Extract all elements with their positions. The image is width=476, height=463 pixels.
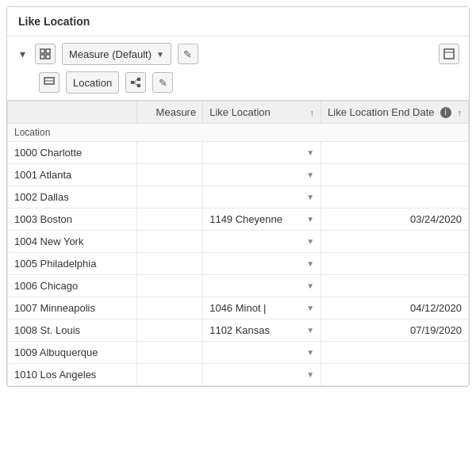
like-location-cell-content: ▼ [209, 370, 314, 379]
cell-measure [136, 231, 202, 253]
table-container: Measure Like Location ↑ Like Location En… [7, 101, 469, 386]
cell-like-location[interactable]: ▼ [203, 364, 321, 386]
like-location-cell-content: ▼ [209, 237, 314, 246]
layout-icon [40, 48, 51, 59]
like-location-cell-content: ▼ [209, 148, 314, 157]
like-location-value: 1149 Cheyenne [209, 213, 303, 225]
location-layout-btn[interactable] [39, 72, 60, 93]
like-location-dropdown-arrow[interactable]: ▼ [306, 148, 314, 157]
like-location-value: 1046 Minot | [209, 302, 303, 314]
like-location-cell-content: ▼ [209, 259, 314, 268]
location-dropdown[interactable]: Location [66, 71, 119, 94]
like-location-dropdown-arrow[interactable]: ▼ [306, 259, 314, 268]
th-measure: Measure [136, 101, 202, 124]
end-date-info-icon[interactable]: i [440, 107, 451, 118]
table-location-header: Location [8, 124, 469, 142]
table-row: 1000 Charlotte▼ [8, 142, 469, 164]
cell-like-location[interactable]: ▼ [203, 253, 321, 275]
measure-col-label: Measure [156, 106, 197, 118]
svg-rect-1 [46, 49, 50, 53]
table-row: 1001 Atlanta▼ [8, 164, 469, 186]
like-location-cell-content: ▼ [209, 348, 314, 357]
like-location-cell-content: ▼ [209, 170, 314, 179]
cell-end-date [321, 186, 469, 209]
like-location-cell-content: 1149 Cheyenne▼ [209, 213, 314, 225]
like-location-dropdown-arrow[interactable]: ▼ [306, 348, 314, 357]
svg-rect-10 [137, 84, 140, 87]
cell-measure [136, 186, 202, 209]
measure-dropdown-arrow: ▼ [156, 50, 164, 59]
cell-measure [136, 342, 202, 364]
cell-like-location[interactable]: 1046 Minot |▼ [203, 297, 321, 320]
svg-line-11 [134, 79, 137, 82]
cell-measure [136, 320, 202, 342]
panel-layout-btn[interactable] [439, 44, 459, 64]
collapse-arrow[interactable]: ▾ [17, 46, 29, 62]
like-location-col-label: Like Location [209, 106, 271, 118]
cell-like-location[interactable]: ▼ [203, 231, 321, 253]
cell-location: 1002 Dallas [8, 186, 137, 209]
like-location-dropdown-arrow[interactable]: ▼ [306, 170, 314, 179]
like-location-sort-icon[interactable]: ↑ [310, 108, 315, 117]
table-row: 1004 New York▼ [8, 231, 469, 253]
location-edit-icon: ✎ [159, 77, 167, 89]
cell-location: 1004 New York [8, 231, 137, 253]
svg-line-12 [134, 82, 137, 86]
cell-end-date [321, 364, 469, 386]
cell-location: 1005 Philadelphia [8, 253, 137, 275]
like-location-cell-content: ▼ [209, 281, 314, 290]
like-location-dropdown-arrow[interactable]: ▼ [306, 237, 314, 246]
cell-end-date: 04/12/2020 [321, 297, 469, 320]
location-edit-btn[interactable]: ✎ [152, 72, 173, 93]
measure-edit-icon: ✎ [183, 48, 192, 60]
cell-location: 1006 Chicago [8, 275, 137, 297]
end-date-col-label: Like Location End Date [328, 106, 434, 118]
cell-end-date [321, 142, 469, 164]
svg-rect-8 [131, 81, 134, 84]
like-location-cell-content: ▼ [209, 193, 314, 201]
table-subheader-row: Location [8, 124, 469, 142]
like-location-dropdown-arrow[interactable]: ▼ [306, 304, 314, 312]
cell-like-location[interactable]: 1102 Kansas▼ [203, 320, 321, 342]
cell-location: 1008 St. Louis [8, 320, 137, 342]
like-location-dropdown-arrow[interactable]: ▼ [306, 193, 314, 201]
toolbar-row-1: ▾ Measure (Default) ▼ ✎ [17, 43, 459, 65]
th-end-date[interactable]: Like Location End Date i ↑ [321, 101, 469, 124]
table-body: 1000 Charlotte▼1001 Atlanta▼1002 Dallas▼… [8, 142, 469, 386]
cell-location: 1007 Minneapolis [8, 297, 137, 320]
like-location-dropdown-arrow[interactable]: ▼ [306, 370, 314, 379]
cell-measure [136, 364, 202, 386]
th-location [8, 101, 137, 124]
like-location-dropdown-arrow[interactable]: ▼ [306, 281, 314, 290]
like-location-cell-content: 1102 Kansas▼ [209, 324, 314, 336]
cell-like-location[interactable]: ▼ [203, 142, 321, 164]
hierarchy-btn[interactable] [125, 72, 146, 93]
measure-edit-btn[interactable]: ✎ [178, 44, 198, 64]
cell-like-location[interactable]: ▼ [203, 275, 321, 297]
layout-icon-btn[interactable] [35, 44, 56, 64]
like-location-dropdown-arrow[interactable]: ▼ [306, 326, 314, 335]
cell-end-date: 03/24/2020 [321, 209, 469, 231]
table-row: 1007 Minneapolis1046 Minot |▼04/12/2020 [8, 297, 469, 320]
table-row: 1008 St. Louis1102 Kansas▼07/19/2020 [8, 320, 469, 342]
data-table: Measure Like Location ↑ Like Location En… [7, 101, 469, 386]
location-layout-icon [44, 77, 55, 88]
panel-layout-icon [443, 48, 455, 59]
cell-end-date [321, 253, 469, 275]
measure-dropdown[interactable]: Measure (Default) ▼ [62, 43, 171, 65]
like-location-dropdown-arrow[interactable]: ▼ [306, 215, 314, 224]
th-like-location[interactable]: Like Location ↑ [203, 101, 321, 124]
svg-rect-4 [444, 49, 454, 59]
table-row: 1006 Chicago▼ [8, 275, 469, 297]
cell-measure [136, 164, 202, 186]
table-header-row: Measure Like Location ↑ Like Location En… [8, 101, 469, 124]
cell-like-location[interactable]: 1149 Cheyenne▼ [203, 209, 321, 231]
cell-like-location[interactable]: ▼ [203, 164, 321, 186]
cell-like-location[interactable]: ▼ [203, 186, 321, 209]
cell-like-location[interactable]: ▼ [203, 342, 321, 364]
svg-rect-9 [137, 78, 140, 81]
end-date-sort-icon[interactable]: ↑ [458, 108, 463, 117]
table-row: 1009 Albuquerque▼ [8, 342, 469, 364]
table-row: 1002 Dallas▼ [8, 186, 469, 209]
cell-measure [136, 209, 202, 231]
